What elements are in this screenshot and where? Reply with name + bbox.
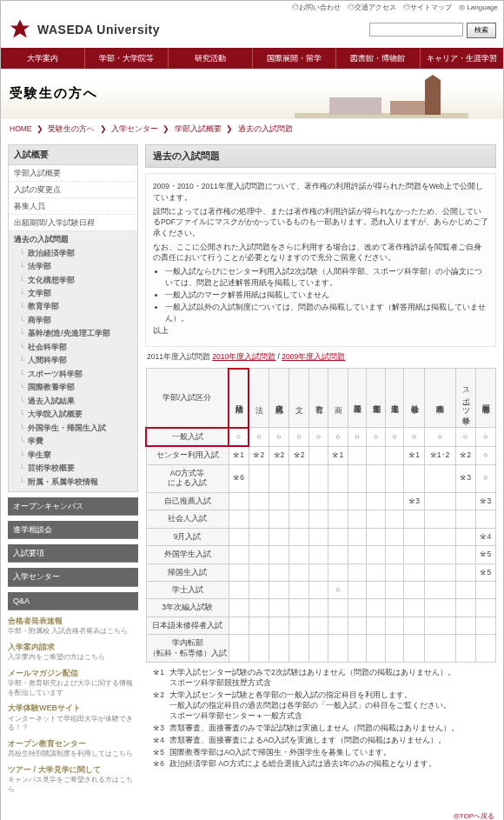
table-cell bbox=[367, 635, 386, 663]
sidebar-dark-item[interactable]: 入試要項 bbox=[8, 544, 138, 563]
table-row: 自己推薦入試※3※3 bbox=[146, 492, 496, 510]
crumb-1[interactable]: 受験生の方へ bbox=[48, 124, 95, 133]
search-button[interactable]: 検索 bbox=[467, 23, 496, 38]
sidebar-subitem[interactable]: 基幹/創造/先進理工学部 bbox=[19, 327, 132, 340]
table-cell bbox=[269, 546, 288, 563]
sidebar-subitem[interactable]: 商学部 bbox=[19, 314, 132, 327]
table-cell: ※6 bbox=[229, 464, 249, 492]
table-cell bbox=[269, 635, 288, 663]
year-2010[interactable]: 2010年度入試問題 bbox=[212, 352, 275, 361]
table-cell bbox=[455, 599, 475, 617]
sidebar-subitem[interactable]: 文学部 bbox=[19, 287, 132, 300]
sidebar-subitem[interactable]: 芸術学校概要 bbox=[19, 462, 132, 475]
table-row: センター利用入試※1※2※2※2※1※1※1･2※2○ bbox=[146, 446, 496, 464]
table-cell bbox=[455, 563, 475, 581]
nav-item-3[interactable]: 国際展開・留学 bbox=[253, 48, 337, 69]
table-cell bbox=[309, 528, 328, 545]
nav-item-4[interactable]: 図書館・博物館 bbox=[336, 48, 421, 69]
table-cell bbox=[229, 635, 249, 663]
sidebar-subitem[interactable]: スポーツ科学部 bbox=[19, 368, 132, 381]
sidebar-subitem[interactable]: 人間科学部 bbox=[19, 354, 132, 367]
exam-body: 一般入試○○○○○○○○○○○○○センター利用入試※1※2※2※2※1※1※1･… bbox=[146, 428, 496, 663]
table-cell bbox=[249, 635, 269, 663]
table-cell: ○ bbox=[455, 428, 475, 446]
table-cell bbox=[348, 446, 367, 464]
sidebar-subitem[interactable]: 国際教養学部 bbox=[19, 381, 132, 394]
sidebar-dark-item[interactable]: 入学センター bbox=[8, 568, 138, 586]
sidebar-dark-item[interactable]: Q&A bbox=[8, 592, 138, 610]
note-value: 国際教養学部はAO入試で帰国生・外国学生を募集しています。 bbox=[169, 748, 391, 758]
intro-box: 2009・2010・2011年度入試問題について、著作権の利用許諾が得られた問題… bbox=[145, 173, 496, 347]
sidebar-link-title[interactable]: 大学体験WEBサイト bbox=[8, 703, 138, 713]
svg-rect-5 bbox=[329, 97, 381, 115]
table-cell bbox=[249, 464, 269, 492]
sidebar-link-title[interactable]: 合格者発表速報 bbox=[8, 616, 138, 626]
table-cell bbox=[289, 635, 309, 663]
sidebar-item[interactable]: 出願期間/入学試験日程 bbox=[9, 214, 137, 230]
nav-item-5[interactable]: キャリア・生涯学習 bbox=[421, 48, 504, 69]
nav-item-0[interactable]: 大学案内 bbox=[1, 48, 85, 69]
table-col-header: 教育 bbox=[309, 369, 328, 428]
table-cell: ※2 bbox=[455, 446, 475, 464]
top-of-page-link[interactable]: ◎TOPへ戻る bbox=[1, 807, 503, 820]
table-cell bbox=[289, 510, 309, 528]
sidebar-subitem[interactable]: 附属・系属学校情報 bbox=[19, 476, 132, 489]
table-cell bbox=[455, 528, 475, 545]
sidebar-subitem[interactable]: 学生寮 bbox=[19, 449, 132, 462]
table-row-header: 自己推薦入試 bbox=[146, 492, 229, 510]
sidebar-dark-item[interactable]: オープンキャンパス bbox=[8, 497, 138, 516]
sidebar-item[interactable]: 入試の変更点 bbox=[9, 181, 137, 197]
sidebar-subitem[interactable]: 文化構想学部 bbox=[19, 274, 132, 287]
sidebar-item[interactable]: 募集人員 bbox=[9, 197, 137, 214]
table-cell bbox=[269, 582, 288, 599]
sidebar-link-title[interactable]: ツアー / 大学見学に関して bbox=[8, 764, 138, 775]
util-sitemap[interactable]: ◎サイトマップ bbox=[403, 3, 452, 13]
table-col-header: スポーツ科学 bbox=[455, 369, 475, 428]
sidebar-subitem[interactable]: 政治経済学部 bbox=[19, 247, 132, 260]
table-cell bbox=[385, 546, 404, 563]
table-col-header: 法 bbox=[249, 369, 269, 428]
nav-item-1[interactable]: 学部・大学院等 bbox=[85, 48, 169, 69]
crumb-2[interactable]: 入学センター bbox=[111, 124, 158, 133]
table-cell bbox=[269, 617, 288, 634]
sidebar-link-list: 合格者発表速報学部・附属校 入試合格者発表はこちら入学案内請求入学案内をご希望の… bbox=[8, 616, 138, 795]
table-cell: ○ bbox=[328, 582, 348, 599]
sidebar-link-title[interactable]: オープン教育センター bbox=[8, 738, 138, 749]
sidebar-item[interactable]: 過去の入試問題政治経済学部法学部文化構想学部文学部教育学部商学部基幹/創造/先進… bbox=[9, 230, 137, 491]
sidebar-subitem[interactable]: 社会科学部 bbox=[19, 341, 132, 354]
util-language[interactable]: ◎ Language bbox=[459, 3, 498, 13]
util-contact[interactable]: ◎お問い合わせ bbox=[292, 3, 341, 13]
sidebar-link-title[interactable]: 入学案内請求 bbox=[8, 642, 138, 652]
sidebar-subitem[interactable]: 学費 bbox=[19, 435, 132, 448]
table-cell: ※3 bbox=[404, 492, 424, 510]
search-input[interactable] bbox=[369, 23, 463, 37]
table-col-header: 国際教養 bbox=[475, 369, 495, 428]
table-cell bbox=[309, 599, 328, 617]
table-cell bbox=[328, 492, 348, 510]
table-cell bbox=[289, 563, 309, 581]
table-cell: ○ bbox=[229, 428, 249, 446]
util-access[interactable]: ◎交通アクセス bbox=[348, 3, 396, 13]
sidebar-link-sub: 入学案内をご希望の方はこちら bbox=[8, 653, 138, 663]
table-cell bbox=[475, 635, 495, 663]
crumb-3[interactable]: 学部入試概要 bbox=[175, 124, 222, 133]
sidebar-subitem[interactable]: 法学部 bbox=[19, 260, 132, 273]
sidebar-subitem[interactable]: 大学院入試概要 bbox=[19, 408, 132, 421]
table-cell bbox=[309, 492, 328, 510]
sidebar-link-sub: 高校生特別聴講制度を利用してはこちら bbox=[8, 750, 138, 759]
hero-illustration-icon bbox=[295, 75, 468, 118]
sidebar-dark-item[interactable]: 進学相談会 bbox=[8, 521, 138, 539]
table-cell bbox=[455, 546, 475, 563]
crumb-home[interactable]: HOME bbox=[10, 124, 32, 133]
sidebar-link-title[interactable]: メールマガジン配信 bbox=[8, 668, 138, 678]
sidebar-subitem[interactable]: 外国学生・帰国生入試 bbox=[19, 422, 132, 435]
nav-item-2[interactable]: 研究活動 bbox=[169, 48, 253, 69]
sidebar-subitem[interactable]: 過去入試結果 bbox=[19, 395, 132, 408]
table-cell bbox=[328, 617, 348, 634]
table-cell bbox=[289, 546, 309, 563]
exam-head-row: 学部/入試区分政治経済法文化構想文教育商基幹理工創造理工先進理工社会科学人間科学… bbox=[146, 369, 496, 428]
table-row-header: 学内転部（転科・転専修）入試 bbox=[146, 635, 229, 663]
sidebar-subitem[interactable]: 教育学部 bbox=[19, 300, 132, 313]
year-2009[interactable]: 2009年度入試問題 bbox=[282, 352, 345, 361]
sidebar-item[interactable]: 学部入試概要 bbox=[9, 165, 137, 181]
